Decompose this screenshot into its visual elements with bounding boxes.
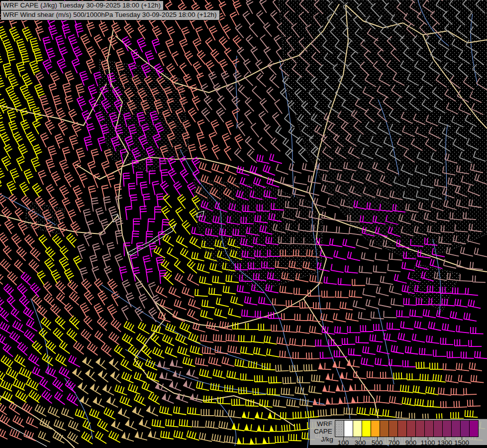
legend-swatch [434, 420, 443, 437]
legend-swatch [416, 420, 425, 437]
legend-swatch [443, 420, 452, 437]
legend-swatch [425, 420, 434, 437]
title-cape: WRF CAPE (J/kg) Tuesday 30-09-2025 18:00… [0, 0, 164, 11]
legend-swatch [461, 420, 470, 437]
legend-swatch [389, 420, 398, 437]
cape-legend-panel: WRF CAPE J/kg 10030050070090011001300150… [309, 419, 487, 445]
legend-model-label: WRF [317, 420, 332, 428]
weather-map-screen: WRF CAPE (J/kg) Tuesday 30-09-2025 18:00… [0, 0, 487, 448]
legend-swatch [362, 420, 371, 437]
map-canvas [0, 0, 487, 448]
legend-variable-label: CAPE [314, 428, 332, 435]
legend-swatch [470, 420, 479, 437]
legend-swatch [353, 420, 362, 437]
legend-swatch [398, 420, 407, 437]
title-wind-shear: WRF Wind shear (m/s) 500/1000hPa Tuesday… [0, 10, 220, 20]
legend-units-label: J/kg [321, 436, 333, 443]
legend-swatch [344, 420, 353, 437]
legend-swatch [371, 420, 380, 437]
legend-colorbar [335, 420, 479, 437]
legend-swatch [335, 420, 344, 437]
legend-swatch [452, 420, 461, 437]
legend-swatch [407, 420, 416, 437]
legend-tick-label: 1500 [451, 439, 473, 447]
legend-swatch [380, 420, 389, 437]
